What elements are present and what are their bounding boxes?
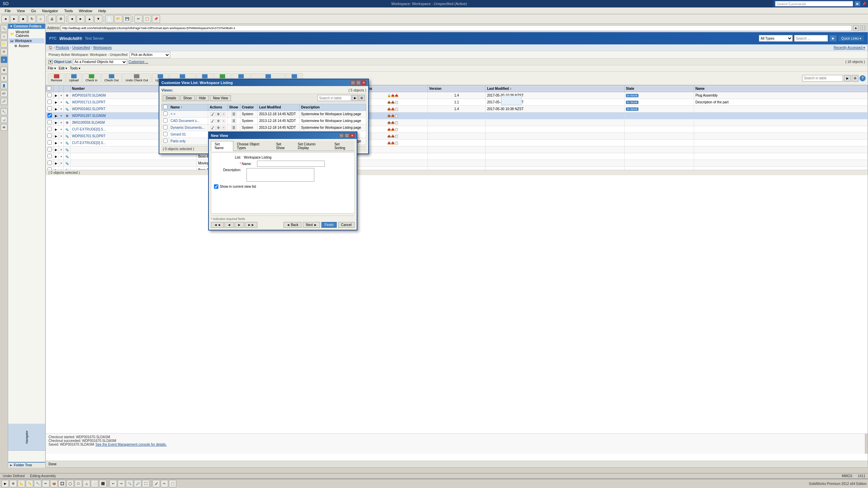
sidebar-tool-icon[interactable]: 🔧 — [1, 108, 7, 115]
save-button[interactable]: 💾 — [123, 15, 131, 23]
sidebar-browse-icon[interactable]: 📁 — [1, 41, 7, 47]
breadcrumb-products[interactable]: Products — [56, 46, 69, 49]
sw-tool-9[interactable]: ◯ — [66, 480, 74, 487]
cv-search-input[interactable] — [317, 95, 351, 101]
cv-row-checkbox[interactable] — [163, 111, 167, 116]
customize-view-close[interactable]: × — [361, 80, 366, 85]
col-state[interactable]: State — [625, 85, 694, 92]
show-in-view-list-checkbox[interactable] — [214, 184, 218, 189]
row-checkbox[interactable] — [47, 127, 52, 131]
sw-tool-3[interactable]: 📐 — [18, 480, 25, 487]
menu-help[interactable]: Help — [96, 8, 109, 14]
refresh-button[interactable]: ↻ — [28, 15, 36, 23]
sidebar-search-icon[interactable]: 🔍 — [1, 25, 7, 32]
row-checkbox[interactable] — [47, 140, 52, 145]
sidebar-item-workspace[interactable]: 🗂 Workspace — [9, 38, 44, 43]
recently-accessed[interactable]: Recently Accessed ▾ — [834, 46, 865, 49]
nav-first-button[interactable]: ◄◄ — [211, 222, 224, 228]
cv-select-all[interactable] — [163, 105, 167, 109]
file-menu[interactable]: File ▾ — [48, 66, 56, 70]
sw-tool-20[interactable]: ✂ — [161, 480, 168, 487]
breadcrumb-unspecified[interactable]: Unspecified — [72, 46, 90, 49]
menu-file[interactable]: File — [2, 8, 14, 14]
row-checkbox[interactable] — [47, 154, 52, 158]
col-name[interactable]: Name — [694, 85, 867, 92]
cv-row-checkbox[interactable] — [163, 125, 167, 129]
row-checkbox[interactable] — [47, 93, 52, 97]
status-event-link[interactable]: See the Event Management console for det… — [96, 443, 167, 446]
next-button[interactable]: ► — [77, 15, 85, 23]
prev-button[interactable]: ◄ — [68, 15, 76, 23]
sidebar-recent-icon[interactable]: ⏱ — [1, 48, 7, 55]
type-dropdown[interactable]: All Types — [759, 35, 793, 42]
sidebar-mail-icon[interactable]: ✉ — [1, 124, 7, 131]
sw-tool-1[interactable]: ▶ — [1, 480, 9, 487]
sw-tool-15[interactable]: ↪ — [118, 480, 125, 487]
col-last-modified[interactable]: Last Modified ↕ — [486, 85, 625, 92]
description-textarea[interactable] — [246, 168, 314, 182]
cancel-button-dialog[interactable]: Cancel — [338, 222, 355, 228]
customize-view-minimize[interactable]: ─ — [351, 80, 355, 85]
new-view-minimize[interactable]: ─ — [339, 133, 344, 138]
sidebar-home-icon[interactable]: ⌂ — [1, 33, 7, 40]
nav-next-page-button[interactable]: ► — [235, 222, 244, 228]
row-checkbox[interactable] — [47, 147, 52, 151]
row-checkbox[interactable] — [47, 161, 52, 165]
forward-button[interactable]: ► — [10, 15, 18, 23]
cv-search-button[interactable]: ▶ — [352, 95, 358, 101]
upload-button[interactable]: Upload — [66, 73, 82, 83]
row-checkbox[interactable] — [47, 113, 52, 118]
search-go-button[interactable]: ▶ — [854, 1, 861, 6]
sidebar-settings-icon[interactable]: ⚙ — [1, 67, 7, 74]
tab-set-name[interactable]: Set Name — [211, 141, 233, 151]
address-bar[interactable] — [61, 25, 852, 31]
table-settings-button[interactable]: ⚙ — [852, 75, 859, 82]
menu-view[interactable]: View — [14, 8, 28, 14]
sw-tool-2[interactable]: ⚙ — [9, 480, 17, 487]
sw-tool-14[interactable]: ↩ — [110, 480, 117, 487]
sw-tool-21[interactable]: 📋 — [169, 480, 176, 487]
browser-maximize-button[interactable]: ⛶ — [860, 25, 866, 31]
sw-tool-12[interactable]: ⬜ — [91, 480, 98, 487]
wc-search-input[interactable] — [794, 35, 828, 42]
cv-row-show[interactable]: ☰ — [228, 124, 240, 131]
sidebar-tag-icon[interactable]: 🏷 — [1, 90, 7, 97]
paste-button[interactable]: 📌 — [152, 15, 160, 23]
down-button[interactable]: ▼ — [94, 15, 102, 23]
sidebar-chart-icon[interactable]: 📊 — [1, 116, 7, 123]
finish-button[interactable]: Finish — [321, 222, 337, 228]
open-button[interactable]: 📂 — [114, 15, 122, 23]
table-search-go-button[interactable]: ▶ — [844, 75, 851, 82]
folder-tree-header[interactable]: ► Folder Tree — [9, 463, 44, 467]
cv-new-view-button[interactable]: New View — [210, 95, 231, 101]
next-button-dialog[interactable]: Next ► — [303, 222, 320, 228]
sidebar-item-windchill-cabinets[interactable]: 📁 Windchill Cabinets — [9, 29, 44, 38]
sidebar-info-icon[interactable]: ℹ — [1, 75, 7, 81]
customize-view-maximize[interactable]: □ — [356, 80, 361, 85]
check-in-button[interactable]: Check In — [82, 73, 101, 83]
pin-button[interactable]: 📌 — [862, 2, 866, 6]
cv-row-actions[interactable]: 🖊 ⚙ × — [208, 118, 228, 124]
sw-tool-16[interactable]: 🔍 — [126, 480, 133, 487]
sw-tool-18[interactable]: ⛶ — [142, 480, 150, 487]
table-search-input[interactable] — [802, 75, 843, 82]
breadcrumb-workspaces[interactable]: Workspaces — [93, 46, 112, 49]
back-button-dialog[interactable]: ◄ Back — [283, 222, 301, 228]
sidebar-link-icon[interactable]: 🔗 — [1, 98, 7, 105]
sw-tool-19[interactable]: 🖊 — [153, 480, 160, 487]
copy-button[interactable]: 📋 — [143, 15, 151, 23]
wc-search-button[interactable]: ▶ — [829, 35, 837, 42]
tab-set-sorting[interactable]: Set Sorting — [331, 141, 355, 151]
back-button[interactable]: ◄ — [1, 15, 9, 23]
search-commands-input[interactable] — [775, 1, 853, 6]
row-checkbox[interactable] — [47, 100, 52, 104]
tab-set-show[interactable]: Set Show — [272, 141, 294, 151]
row-checkbox[interactable] — [47, 106, 52, 111]
cv-row-show[interactable]: ☰ — [228, 118, 240, 124]
home-button[interactable]: ⌂ — [37, 15, 45, 23]
tab-choose-object-types[interactable]: Choose Object Types — [233, 141, 273, 151]
stop-button[interactable]: ■ — [19, 15, 27, 23]
customize-link[interactable]: Customize ... — [129, 60, 148, 64]
tools-menu[interactable]: Tools ▾ — [70, 66, 80, 70]
name-input[interactable] — [257, 161, 325, 167]
